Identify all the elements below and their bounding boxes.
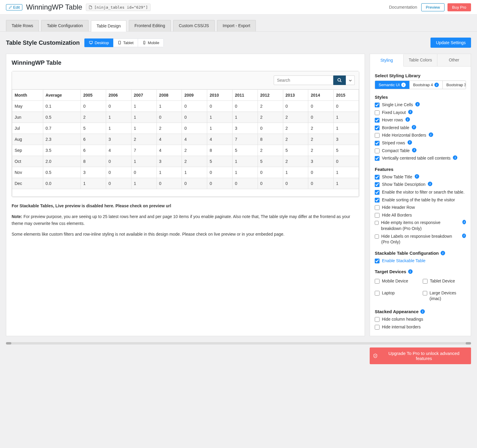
settings-tab-table-colors[interactable]: Table Colors (404, 54, 437, 66)
target-large-devices-imac-[interactable]: Large Devices (imac) (423, 290, 466, 302)
device-desktop-button[interactable]: Desktop (84, 38, 113, 47)
checkbox-show-table-title[interactable]: Show Table Titlei (375, 174, 466, 180)
search-dropdown-button[interactable] (346, 75, 355, 85)
checkbox-hide-header-row[interactable]: Hide Header Row (375, 205, 466, 211)
tab-import-export[interactable]: Import - Export (217, 20, 256, 31)
edit-button[interactable]: Edit (6, 4, 22, 10)
table-cell: 3 (157, 156, 182, 167)
info-icon[interactable]: i (428, 182, 432, 186)
preview-button[interactable]: Preview (421, 3, 444, 11)
column-header[interactable]: 2013 (283, 90, 308, 101)
checkbox-enable-the-visitor-to-filter-or-search-t[interactable]: Enable the visitor to filter or search t… (375, 189, 466, 195)
device-tablet-button[interactable]: Tablet (113, 38, 138, 47)
tab-table-design[interactable]: Table Design (91, 20, 126, 32)
info-icon[interactable]: i (434, 83, 439, 87)
checkbox-hide-labels-on-responsive-breakdown-pro-[interactable]: Hide Labels on responsive breakdown (Pro… (375, 234, 466, 245)
checkbox-hide-horizontal-borders[interactable]: Hide Horizontal Bordersi (375, 132, 466, 138)
appearance-label: Stacked Appearance (375, 309, 419, 314)
table-cell: 7 (232, 134, 258, 145)
checkbox-hide-empty-items-on-responsive-breakdown[interactable]: Hide empty items on responsive breakdown… (375, 220, 466, 231)
table-cell: 5 (207, 156, 233, 167)
table-cell: 2 (131, 134, 157, 145)
device-mobile-button[interactable]: Mobile (138, 38, 164, 47)
checkbox-show-table-description[interactable]: Show Table Descriptioni (375, 182, 466, 188)
lib-option-semantic-ui[interactable]: Semantic UIi (375, 81, 410, 89)
info-icon[interactable]: i (405, 117, 410, 122)
info-icon[interactable]: i (415, 102, 420, 106)
checkbox-fixed-layout[interactable]: Fixed Layouti (375, 110, 466, 116)
table-cell: 2 (283, 134, 308, 145)
info-icon[interactable]: i (408, 140, 412, 145)
documentation-link[interactable]: Documentation (389, 5, 417, 10)
column-header[interactable]: 2007 (131, 90, 157, 101)
checkbox-hide-internal-borders[interactable]: Hide internal borders (375, 324, 466, 330)
checkbox-hide-column-headings[interactable]: Hide column headings (375, 316, 466, 322)
column-header[interactable]: 2010 (207, 90, 233, 101)
tab-table-configuration[interactable]: Table Configuration (41, 20, 89, 31)
subheader-title: Table Style Customization (6, 39, 80, 46)
search-input[interactable] (274, 75, 333, 85)
checkbox-hover-rows[interactable]: Hover rowsi (375, 117, 466, 123)
table-cell: 0 (308, 178, 334, 189)
tab-custom-css-js[interactable]: Custom CSS/JS (173, 20, 215, 31)
info-icon[interactable]: i (420, 309, 425, 314)
info-icon[interactable]: i (408, 110, 413, 114)
upgrade-to-pro-button[interactable]: Upgrade To Pro to unlock advanced featur… (370, 347, 471, 364)
settings-tab-other[interactable]: Other (437, 54, 471, 66)
shortcode-text: [ninja_tables id="629"] (94, 5, 148, 10)
table-cell: May (12, 101, 43, 112)
info-icon[interactable]: i (412, 125, 416, 129)
info-icon[interactable]: i (408, 269, 413, 274)
target-tablet-device[interactable]: Tablet Device (423, 278, 466, 284)
column-header[interactable]: Month (12, 90, 43, 101)
table-cell: 0 (182, 178, 207, 189)
column-header[interactable]: 2014 (308, 90, 334, 101)
column-header[interactable]: 2011 (232, 90, 258, 101)
checkbox-single-line-cells[interactable]: Single Line Cellsi (375, 102, 466, 108)
column-header[interactable]: 2006 (106, 90, 131, 101)
table-cell: 1 (232, 167, 258, 178)
checkbox-bordered-table[interactable]: Bordered tablei (375, 125, 466, 131)
table-cell: 1 (131, 123, 157, 134)
tab-table-rows[interactable]: Table Rows (6, 20, 39, 31)
table-cell: 4 (207, 134, 233, 145)
info-icon[interactable]: i (401, 83, 406, 87)
tab-frontend-editing[interactable]: Frontend Editing (129, 20, 171, 31)
target-mobile-device[interactable]: Mobile Device (375, 278, 418, 284)
info-icon[interactable]: i (462, 220, 466, 224)
preview-title: WinningWP Table (12, 59, 359, 66)
lib-option-bootstrap-4[interactable]: Bootstrap 4i (410, 81, 443, 89)
table-cell: 2 (308, 134, 334, 145)
table-cell: 6 (81, 134, 106, 145)
update-settings-button[interactable]: Update Settings (430, 38, 471, 48)
info-icon[interactable]: i (441, 251, 445, 255)
info-icon[interactable]: i (453, 155, 457, 160)
table-cell: 0.7 (43, 123, 80, 134)
column-header[interactable]: 2008 (157, 90, 182, 101)
info-icon[interactable]: i (412, 148, 416, 152)
settings-tab-styling[interactable]: Styling (370, 54, 404, 67)
checkbox-striped-rows[interactable]: Striped rowsi (375, 140, 466, 146)
enable-stackable-checkbox[interactable]: Enable Stackable Table (375, 258, 466, 264)
table-cell: 0 (308, 167, 334, 178)
target-laptop[interactable]: Laptop (375, 290, 418, 302)
checkbox-compact-table[interactable]: Compact Tablei (375, 148, 466, 154)
column-header[interactable]: 2009 (182, 90, 207, 101)
checkbox-enable-sorting-of-the-table-by-the-visit[interactable]: Enable sorting of the table by the visit… (375, 197, 466, 203)
buy-pro-button[interactable]: Buy Pro (447, 3, 471, 11)
lib-option-bootstrap-3[interactable]: Bootstrap 3i (443, 81, 466, 89)
search-button[interactable] (333, 75, 346, 85)
checkbox-hide-all-borders[interactable]: Hide All Borders (375, 212, 466, 218)
info-icon[interactable]: i (462, 234, 466, 238)
info-icon[interactable]: i (415, 174, 419, 179)
column-header[interactable]: 2012 (258, 90, 283, 101)
checkbox-vertically-centered-table-cell-contents[interactable]: Vertically centered table cell contentsi (375, 155, 466, 161)
pencil-icon (9, 5, 12, 9)
shortcode-chip[interactable]: [ninja_tables id="629"] (86, 4, 151, 11)
column-header[interactable]: 2015 (334, 90, 359, 101)
column-header[interactable]: 2005 (81, 90, 106, 101)
info-icon[interactable]: i (429, 132, 433, 137)
column-header[interactable]: Average (43, 90, 80, 101)
horizontal-scrollbar[interactable] (6, 342, 471, 345)
table-cell: 3.5 (43, 145, 80, 156)
